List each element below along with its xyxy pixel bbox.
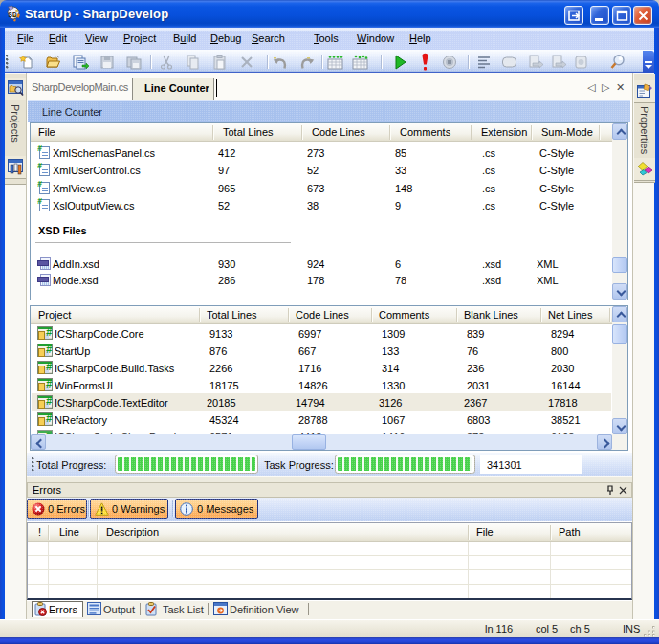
svg-text:SD: SD [9, 11, 17, 18]
